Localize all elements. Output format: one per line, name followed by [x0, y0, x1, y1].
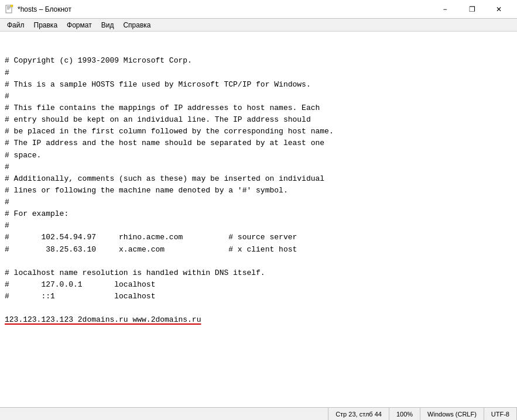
- menu-file[interactable]: Файл: [2, 20, 29, 30]
- menu-bar: Файл Правка Формат Вид Справка: [0, 19, 517, 32]
- editor-content: # Copyright (c) 1993-2009 Microsoft Corp…: [5, 55, 512, 326]
- svg-rect-1: [7, 6, 11, 7]
- close-button[interactable]: ✕: [485, 0, 512, 19]
- notepad-icon: [5, 5, 14, 14]
- status-position: Стр 23, стлб 44: [328, 408, 389, 420]
- status-line-ending: Windows (CRLF): [420, 408, 484, 420]
- title-bar: *hosts – Блокнот − ❐ ✕: [0, 0, 517, 19]
- status-empty: [0, 408, 328, 420]
- status-encoding: UTF-8: [484, 408, 517, 420]
- menu-view[interactable]: Вид: [97, 20, 119, 30]
- svg-rect-4: [11, 5, 13, 7]
- window-controls: − ❐ ✕: [432, 0, 512, 19]
- svg-rect-3: [7, 9, 9, 9]
- menu-format[interactable]: Формат: [62, 20, 97, 30]
- window-title: *hosts – Блокнот: [18, 5, 432, 13]
- minimize-button[interactable]: −: [432, 0, 458, 19]
- status-bar: Стр 23, стлб 44 100% Windows (CRLF) UTF-…: [0, 407, 517, 420]
- svg-rect-2: [7, 8, 11, 8]
- status-zoom: 100%: [389, 408, 420, 420]
- menu-help[interactable]: Справка: [118, 20, 155, 30]
- restore-button[interactable]: ❐: [458, 0, 485, 19]
- editor-container: # Copyright (c) 1993-2009 Microsoft Corp…: [0, 32, 517, 407]
- last-line: 123.123.123.123 2domains.ru www.2domains…: [5, 315, 201, 324]
- menu-edit[interactable]: Правка: [29, 20, 63, 30]
- text-editor[interactable]: # Copyright (c) 1993-2009 Microsoft Corp…: [0, 32, 517, 407]
